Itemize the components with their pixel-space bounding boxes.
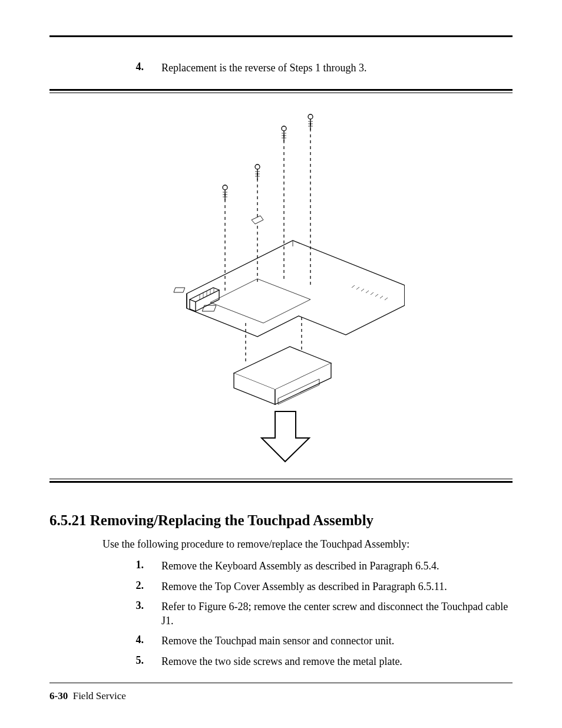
step-number: 1. — [103, 559, 161, 573]
section-intro: Use the following procedure to remove/re… — [103, 538, 513, 551]
step-row: 4. Remove the Touchpad main sensor and c… — [103, 634, 513, 648]
step-row: 3. Refer to Figure 6-28; remove the cent… — [103, 599, 513, 628]
step-text: Remove the two side screws and remove th… — [161, 654, 513, 668]
figure-bottom-rules — [49, 479, 513, 483]
document-page: 4. Replacement is the reverse of Steps 1… — [0, 0, 562, 728]
footer-text: 6-30 Field Service — [49, 690, 513, 702]
svg-point-34 — [308, 114, 313, 119]
rule-thick — [49, 89, 513, 91]
svg-point-28 — [282, 126, 286, 131]
rule-thick — [49, 35, 513, 37]
svg-rect-5 — [174, 288, 185, 292]
svg-point-16 — [223, 185, 227, 190]
prev-step-block: 4. Replacement is the reverse of Steps 1… — [49, 61, 513, 75]
figure-top-rules — [49, 89, 513, 93]
step-number: 4. — [103, 61, 161, 75]
rule-thick — [49, 481, 513, 483]
step-text: Remove the Keyboard Assembly as describe… — [161, 559, 513, 573]
step-row: 5. Remove the two side screws and remove… — [103, 654, 513, 668]
step-number: 5. — [103, 654, 161, 668]
step-text: Replacement is the reverse of Steps 1 th… — [161, 61, 513, 75]
step-text: Remove the Top Cover Assembly as describ… — [161, 579, 513, 594]
page-number: 6-30 — [49, 690, 68, 701]
figure-exploded-view — [49, 93, 513, 479]
step-number: 4. — [103, 634, 161, 648]
chapter-label: Field Service — [73, 690, 126, 701]
svg-point-22 — [255, 164, 260, 169]
step-row: 1. Remove the Keyboard Assembly as descr… — [103, 559, 513, 573]
step-row: 2. Remove the Top Cover Assembly as desc… — [103, 579, 513, 594]
section-heading: 6.5.21 Removing/Replacing the Touchpad A… — [49, 512, 513, 529]
step-number: 2. — [103, 579, 161, 594]
step-text: Refer to Figure 6-28; remove the center … — [161, 599, 513, 628]
footer-rule — [49, 683, 513, 683]
step-text: Remove the Touchpad main sensor and conn… — [161, 634, 513, 648]
figure-svg — [157, 111, 405, 465]
page-footer: 6-30 Field Service — [49, 683, 513, 702]
section-intro-block: Use the following procedure to remove/re… — [49, 538, 513, 668]
step-row: 4. Replacement is the reverse of Steps 1… — [103, 61, 513, 75]
step-number: 3. — [103, 599, 161, 628]
rule-thin — [49, 479, 513, 479]
page-top-rule — [49, 35, 513, 37]
